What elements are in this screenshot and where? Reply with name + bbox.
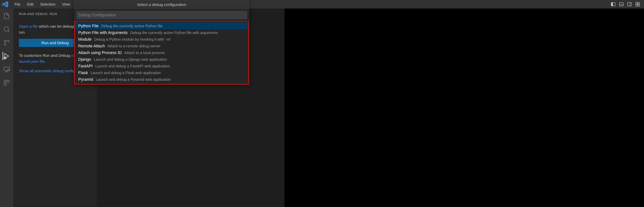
- empty-region: [284, 9, 644, 207]
- quickpick-item-description: Debug a Python module by invoking it wit…: [94, 37, 171, 42]
- vscode-logo-icon: [2, 1, 8, 7]
- toggle-primary-sidebar-icon[interactable]: [611, 2, 616, 7]
- svg-line-11: [8, 31, 9, 32]
- quickpick-item-flask[interactable]: Flask Launch and debug a Flask web appli…: [75, 69, 248, 76]
- quickpick-item-description: Debug the currently active Python file w…: [130, 31, 218, 35]
- quickpick-item-label: Flask: [78, 70, 88, 75]
- search-icon[interactable]: [2, 25, 11, 34]
- menu-file[interactable]: File: [12, 2, 23, 7]
- svg-point-13: [4, 44, 6, 45]
- quickpick-title: Select a debug configuration: [74, 0, 249, 9]
- quickpick-item-module[interactable]: Module Debug a Python module by invoking…: [75, 36, 248, 43]
- svg-rect-2: [620, 3, 624, 6]
- svg-rect-22: [7, 80, 9, 82]
- quickpick-item-attach-pid[interactable]: Attach using Process ID Attach to a loca…: [75, 49, 248, 56]
- svg-rect-9: [638, 5, 640, 6]
- quickpick-item-description: Attach to a local process: [124, 51, 165, 55]
- quickpick-item-description: Launch and debug a FastAPI web applicati…: [95, 64, 170, 68]
- svg-rect-21: [4, 80, 6, 82]
- svg-rect-4: [628, 3, 632, 6]
- svg-rect-6: [636, 3, 638, 4]
- quickpick-item-label: Python File: [78, 24, 98, 28]
- quickpick-list: Python File Debug the currently active P…: [74, 21, 249, 84]
- menu-view[interactable]: View: [60, 2, 73, 7]
- svg-rect-7: [638, 3, 640, 4]
- quickpick-item-description: Launch and debug a Pyramid web applicati…: [96, 77, 171, 82]
- title-layout-controls: [611, 2, 642, 7]
- quickpick-item-label: Pyramid: [78, 77, 93, 82]
- svg-point-20: [8, 69, 9, 71]
- svg-rect-8: [636, 5, 638, 6]
- quickpick-item-label: Django: [78, 57, 91, 62]
- extensions-icon[interactable]: [2, 79, 11, 87]
- quickpick-dropdown: Select a debug configuration Python File…: [74, 0, 249, 85]
- quickpick-item-label: Module: [78, 37, 92, 42]
- quickpick-input-wrap: [74, 9, 249, 21]
- customize-period: .: [45, 59, 46, 64]
- run-debug-icon[interactable]: [2, 52, 11, 60]
- svg-rect-23: [4, 83, 6, 85]
- quickpick-item-description: Attach to a remote debug server: [108, 44, 160, 48]
- toggle-panel-icon[interactable]: [619, 2, 624, 7]
- quickpick-item-description: Launch and debug a Flask web application: [90, 71, 161, 75]
- quickpick-item-fastapi[interactable]: FastAPI Launch and debug a FastAPI web a…: [75, 63, 248, 69]
- menu-edit[interactable]: Edit: [24, 2, 36, 7]
- quickpick-item-description: Launch and debug a Django web applicatio…: [94, 57, 167, 62]
- quickpick-item-pyramid[interactable]: Pyramid Launch and debug a Pyramid web a…: [75, 76, 248, 83]
- quickpick-item-label: FastAPI: [78, 64, 93, 69]
- quickpick-item-label: Attach using Process ID: [78, 50, 122, 55]
- customize-text: To customize Run and Debug: [19, 53, 71, 58]
- quickpick-item-remote-attach[interactable]: Remote Attach Attach to a remote debug s…: [75, 43, 248, 49]
- activity-bar: [0, 9, 13, 207]
- customize-layout-icon[interactable]: [635, 2, 640, 7]
- quickpick-item-label: Python File with Arguments: [78, 30, 128, 35]
- explorer-icon[interactable]: [2, 12, 11, 20]
- quickpick-item-python-file-args[interactable]: Python File with Arguments Debug the cur…: [75, 29, 248, 36]
- svg-rect-1: [612, 3, 613, 6]
- quickpick-item-description: Debug the currently active Python file: [101, 24, 162, 28]
- quickpick-input[interactable]: [76, 11, 247, 19]
- menu-selection[interactable]: Selection: [38, 2, 58, 7]
- source-control-icon[interactable]: [2, 39, 11, 47]
- quickpick-item-python-file[interactable]: Python File Debug the currently active P…: [75, 23, 248, 29]
- svg-marker-15: [5, 54, 9, 59]
- svg-point-14: [4, 40, 6, 42]
- open-file-link[interactable]: Open a file: [19, 24, 38, 28]
- quickpick-item-label: Remote Attach: [78, 44, 105, 49]
- quickpick-item-django[interactable]: Django Launch and debug a Django web app…: [75, 56, 248, 63]
- svg-point-12: [8, 40, 9, 42]
- remote-explorer-icon[interactable]: [2, 65, 11, 74]
- svg-point-10: [4, 27, 9, 31]
- toggle-secondary-sidebar-icon[interactable]: [627, 2, 632, 7]
